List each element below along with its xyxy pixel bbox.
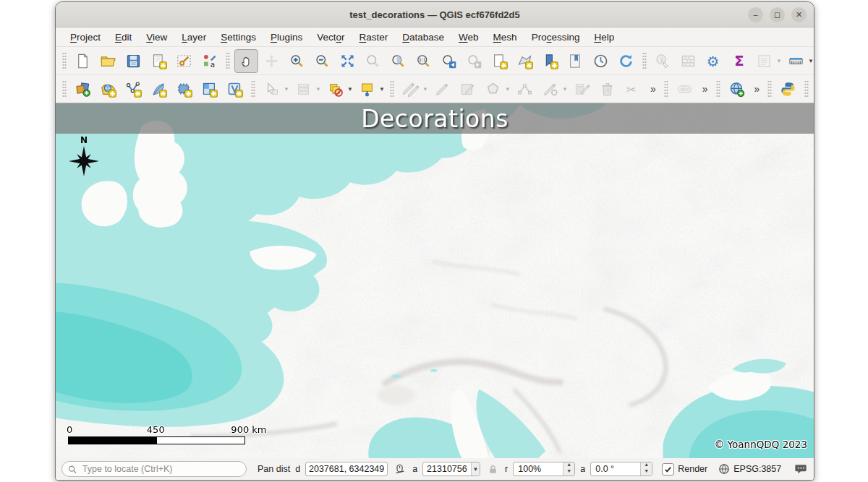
toolbar-handle[interactable] xyxy=(390,80,394,98)
title-bar[interactable]: test_decorations — QGIS ecf676fd2d5 – ◻ … xyxy=(56,2,814,27)
add-vector-layer-button[interactable] xyxy=(96,77,120,101)
add-raster-layer-button[interactable] xyxy=(197,77,221,101)
magnifier-spinbox[interactable]: 100% ▲▼ xyxy=(513,462,575,476)
svg-text:Σ: Σ xyxy=(734,53,744,69)
new-3d-map-view-button[interactable] xyxy=(513,49,537,73)
refresh-map-button[interactable] xyxy=(614,49,638,73)
menu-edit[interactable]: Edit xyxy=(108,30,139,45)
menu-plugins[interactable]: Plugins xyxy=(263,30,310,45)
lock-scale-button[interactable] xyxy=(485,462,500,476)
toolbar-handle[interactable] xyxy=(767,80,772,98)
temporal-controller-button[interactable] xyxy=(589,49,613,73)
minimize-button[interactable]: – xyxy=(748,7,763,22)
zoom-full-extent-button[interactable] xyxy=(336,49,359,73)
render-checkbox[interactable] xyxy=(662,463,674,475)
menu-vector[interactable]: Vector xyxy=(310,30,352,45)
crs-status-button[interactable]: EPSG:3857 xyxy=(718,463,781,475)
vertex-tool-button xyxy=(513,77,537,101)
toggle-editing-button xyxy=(399,77,422,101)
measure-line-dropdown-arrow[interactable]: ▼ xyxy=(808,58,814,64)
measure-line-button[interactable] xyxy=(784,49,808,73)
coordinate-field[interactable]: 2037681, 6342349 xyxy=(305,462,388,476)
new-shapefile-layer-button[interactable] xyxy=(122,77,145,101)
metasearch-icon xyxy=(728,81,745,98)
maximize-button[interactable]: ◻ xyxy=(770,7,785,22)
labeling-options-dropdown-arrow[interactable]: ▼ xyxy=(379,86,386,92)
processing-toolbox-button[interactable]: ⚙ xyxy=(702,49,726,73)
render-toggle[interactable]: Render xyxy=(662,463,707,475)
add-virtual-layer-button[interactable] xyxy=(223,77,247,101)
close-button[interactable]: ✕ xyxy=(791,7,807,22)
toolbar-handle[interactable] xyxy=(664,80,668,98)
rotation-spinner[interactable]: ▲▼ xyxy=(640,462,652,475)
toolbar-handle[interactable] xyxy=(226,52,230,69)
add-virtual-icon xyxy=(226,81,243,98)
magnifier-spinner[interactable]: ▲▼ xyxy=(563,462,574,475)
zoom-last-button[interactable] xyxy=(437,49,461,73)
zoom-out-button[interactable] xyxy=(310,49,334,73)
menu-view[interactable]: View xyxy=(139,30,174,45)
add-raster-icon xyxy=(201,81,218,98)
zoom-to-layer-button[interactable] xyxy=(386,49,410,73)
menu-bar: ProjectEditViewLayerSettingsPluginsVecto… xyxy=(56,27,814,47)
metasearch-button[interactable] xyxy=(725,77,749,101)
zoom-in-button[interactable] xyxy=(285,49,309,73)
scale-value: 21310756 xyxy=(423,464,471,474)
identify-icon: i xyxy=(655,53,671,69)
show-spatial-bookmarks-button[interactable] xyxy=(563,49,587,73)
labeling-options-button[interactable] xyxy=(355,77,379,101)
deselect-all-layers-dropdown-arrow[interactable]: ▼ xyxy=(347,86,354,92)
project-properties-icon xyxy=(176,53,192,69)
data-source-manager-button[interactable] xyxy=(71,77,95,101)
magnifier-value: 100% xyxy=(514,464,563,474)
menu-mesh[interactable]: Mesh xyxy=(486,30,524,45)
layout-manager-button[interactable] xyxy=(147,49,171,73)
menu-layer[interactable]: Layer xyxy=(174,30,213,45)
extents-toggle-button[interactable] xyxy=(393,462,407,476)
new-geopackage-layer-button[interactable] xyxy=(147,77,171,101)
open-project-button[interactable] xyxy=(96,49,120,73)
deselect-all-layers-button[interactable] xyxy=(323,77,347,101)
menu-settings[interactable]: Settings xyxy=(213,30,263,45)
zoom-full-icon xyxy=(339,53,356,69)
python-icon xyxy=(780,81,796,98)
project-properties-button[interactable] xyxy=(172,49,196,73)
statistical-summary-button[interactable]: Σ xyxy=(727,49,751,73)
rotation-spinbox[interactable]: 0.0 ° ▲▼ xyxy=(590,462,652,476)
toolbar-handle[interactable] xyxy=(62,52,67,69)
scale-dropdown-arrow[interactable]: ▼ xyxy=(471,462,480,475)
toolbar-handle[interactable] xyxy=(804,80,809,98)
python-console-button[interactable] xyxy=(776,77,800,101)
map-canvas[interactable]: Decorations N 0 450 900 km © YoannQDQ 20… xyxy=(56,103,814,458)
toolbar-handle[interactable] xyxy=(62,80,67,98)
status-message: Pan dist xyxy=(258,464,290,474)
toolbar-handle[interactable] xyxy=(716,80,720,98)
pan-map-button[interactable] xyxy=(234,49,258,73)
style-manager-button[interactable]: a xyxy=(197,49,221,73)
add-mesh-layer-button[interactable] xyxy=(172,77,196,101)
save-project-button[interactable] xyxy=(122,49,145,73)
toolbar-handle[interactable] xyxy=(642,52,647,69)
menu-database[interactable]: Database xyxy=(395,30,451,45)
new-spatial-bookmark-button[interactable] xyxy=(538,49,562,73)
menu-raster[interactable]: Raster xyxy=(352,30,396,45)
toolbar-overflow-button[interactable]: » xyxy=(749,83,765,95)
copyright-label: © YoannQDQ 2023 xyxy=(715,439,807,450)
menu-processing[interactable]: Processing xyxy=(524,30,587,45)
new-project-button[interactable] xyxy=(71,49,95,73)
select-features-dropdown-arrow: ▼ xyxy=(284,86,291,92)
toolbar-overflow-button[interactable]: » xyxy=(645,83,660,95)
menu-web[interactable]: Web xyxy=(451,30,486,45)
locator-search[interactable] xyxy=(61,461,247,477)
new-bookmark-icon xyxy=(542,53,558,69)
new-map-view-button[interactable] xyxy=(488,49,511,73)
scale-combo[interactable]: 21310756 ▼ xyxy=(422,462,480,476)
toolbar-overflow-button[interactable]: » xyxy=(697,83,712,95)
menu-help[interactable]: Help xyxy=(587,30,621,45)
toolbar-handle[interactable] xyxy=(251,80,255,98)
messages-button[interactable] xyxy=(793,462,808,476)
locator-input[interactable] xyxy=(81,463,240,475)
zoom-native-resolution-button[interactable]: 1:1 xyxy=(412,49,435,73)
zoom-in-icon xyxy=(289,53,305,69)
menu-project[interactable]: Project xyxy=(63,30,108,45)
